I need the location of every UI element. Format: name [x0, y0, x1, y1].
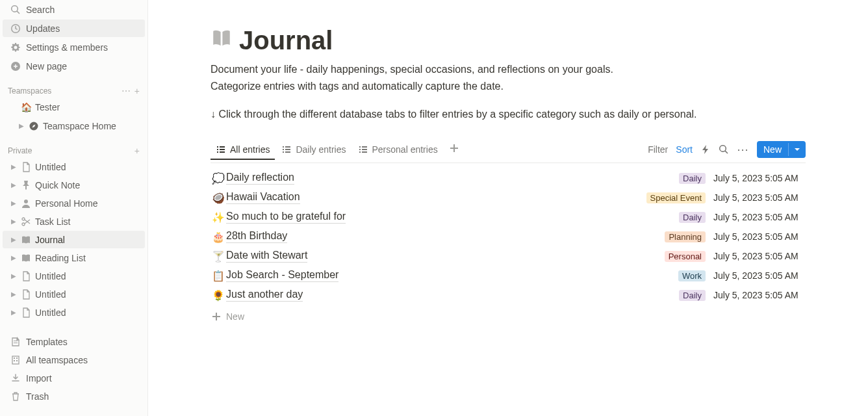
entry-title[interactable]: Just another day	[226, 289, 303, 302]
entry-row[interactable]: 🎂28th BirthdayPlanningJuly 5, 2023 5:05 …	[211, 227, 806, 246]
sidebar-item-label: Personal Home	[35, 198, 98, 209]
sidebar-templates[interactable]: Templates	[3, 333, 145, 350]
entry-row[interactable]: 💭Daily reflectionDailyJuly 5, 2023 5:05 …	[211, 168, 806, 188]
more-icon[interactable]: ⋯	[737, 142, 749, 157]
page-description[interactable]: Document your life - daily happenings, s…	[211, 62, 806, 94]
new-row-label: New	[226, 311, 244, 322]
entry-row[interactable]: 🥥Hawaii VacationSpecial EventJuly 5, 202…	[211, 188, 806, 207]
sort-button[interactable]: Sort	[676, 144, 693, 155]
sidebar-item-untitled[interactable]: ▶Untitled	[3, 158, 145, 176]
page-hint[interactable]: ↓ Click through the different database t…	[211, 109, 806, 120]
private-add-icon[interactable]: +	[134, 146, 140, 156]
svg-rect-7	[14, 358, 15, 359]
entry-row[interactable]: ✨So much to be grateful forDailyJuly 5, …	[211, 207, 806, 227]
add-view-button[interactable]	[444, 140, 464, 159]
caret-icon[interactable]: ▶	[8, 218, 19, 225]
sidebar-allteamspaces-label: All teamspaces	[26, 355, 88, 365]
sidebar-item-quick-note[interactable]: ▶Quick Note	[3, 176, 145, 194]
sidebar-item-label: Teamspace Home	[43, 121, 116, 131]
caret-icon[interactable]: ▶	[8, 181, 19, 188]
tab-personal-entries[interactable]: Personal entries	[353, 140, 443, 160]
sidebar-allteamspaces[interactable]: All teamspaces	[3, 351, 145, 369]
sidebar-updates-label: Updates	[26, 23, 60, 34]
teamspaces-add-icon[interactable]: +	[134, 86, 140, 96]
person-icon	[19, 198, 32, 209]
caret-icon[interactable]: ▶	[8, 291, 19, 298]
sidebar-item-journal[interactable]: ▶Journal	[3, 231, 145, 248]
trash-icon	[9, 391, 22, 402]
entry-title[interactable]: Daily reflection	[226, 172, 294, 185]
svg-rect-6	[12, 356, 19, 364]
sidebar-newpage[interactable]: New page	[3, 57, 145, 75]
caret-icon[interactable]: ▶	[8, 272, 19, 280]
svg-rect-4	[14, 341, 18, 341]
sidebar-item-untitled[interactable]: ▶Untitled	[3, 304, 145, 321]
book-icon	[211, 27, 233, 55]
sidebar-item-untitled[interactable]: ▶Untitled	[3, 285, 145, 303]
entry-emoji-icon: ✨	[212, 211, 226, 224]
caret-icon[interactable]: ▶	[16, 122, 27, 129]
sidebar-item-untitled[interactable]: ▶Untitled	[3, 267, 145, 285]
sidebar-settings[interactable]: Settings & members	[3, 38, 145, 56]
sidebar-item-label: Journal	[35, 235, 65, 245]
caret-icon[interactable]: ▶	[8, 254, 19, 261]
entry-title[interactable]: 28th Birthday	[226, 230, 287, 243]
entry-title[interactable]: Hawaii Vacation	[226, 191, 300, 204]
filter-button[interactable]: Filter	[648, 144, 668, 155]
entry-date: July 5, 2023 5:05 AM	[713, 192, 804, 203]
templates-icon	[9, 337, 22, 347]
entry-date: July 5, 2023 5:05 AM	[713, 251, 804, 261]
plus-circle-icon	[9, 61, 22, 72]
svg-point-1	[24, 200, 28, 203]
entry-tag: Daily	[679, 173, 706, 184]
chevron-down-icon[interactable]	[788, 143, 806, 156]
gear-icon	[9, 42, 22, 53]
entry-tag: Personal	[665, 251, 706, 262]
tab-all-entries[interactable]: All entries	[211, 140, 275, 160]
teamspaces-header-label: Teamspaces	[8, 86, 51, 96]
sidebar-updates[interactable]: Updates	[3, 20, 145, 37]
download-icon	[9, 373, 22, 384]
main-content: Journal Document your life - daily happe…	[148, 0, 868, 416]
entry-row[interactable]: 📋Job Search - SeptemberWorkJuly 5, 2023 …	[211, 266, 806, 285]
sidebar-item-label: Reading List	[35, 253, 86, 263]
book-icon	[19, 235, 32, 245]
page-desc-line: Document your life - daily happenings, s…	[211, 62, 806, 77]
private-header: Private +	[0, 144, 147, 157]
tab-daily-entries[interactable]: Daily entries	[276, 140, 351, 160]
svg-point-2	[22, 218, 25, 220]
caret-icon[interactable]: ▶	[8, 309, 19, 316]
doc-icon	[19, 289, 32, 300]
sidebar-trash[interactable]: Trash	[3, 387, 145, 405]
entry-tag: Daily	[679, 212, 706, 223]
sidebar-templates-label: Templates	[26, 337, 68, 347]
entry-title[interactable]: Date with Stewart	[226, 250, 307, 263]
sidebar-item-reading-list[interactable]: ▶Reading List	[3, 249, 145, 266]
sidebar-import[interactable]: Import	[3, 369, 145, 387]
entry-date: July 5, 2023 5:05 AM	[713, 212, 804, 222]
bolt-icon[interactable]	[700, 144, 711, 155]
entry-tag: Daily	[679, 290, 706, 301]
sidebar-search[interactable]: Search	[3, 1, 145, 18]
sidebar-item-tester[interactable]: 🏠 Tester	[3, 98, 145, 116]
search-icon[interactable]	[719, 144, 729, 155]
caret-icon[interactable]: ▶	[8, 200, 19, 207]
entry-row[interactable]: 🌻Just another dayDailyJuly 5, 2023 5:05 …	[211, 285, 806, 305]
entry-row[interactable]: 🍸Date with StewartPersonalJuly 5, 2023 5…	[211, 246, 806, 266]
sidebar-item-personal-home[interactable]: ▶Personal Home	[3, 194, 145, 212]
page-title[interactable]: Journal	[239, 26, 333, 55]
entry-title[interactable]: Job Search - September	[226, 269, 338, 282]
new-row-button[interactable]: New	[211, 307, 806, 326]
teamspaces-more-icon[interactable]: ⋯	[121, 86, 131, 96]
caret-icon[interactable]: ▶	[8, 236, 19, 243]
entry-title[interactable]: So much to be grateful for	[226, 211, 346, 224]
new-button[interactable]: New	[757, 141, 806, 158]
sidebar-item-label: Untitled	[35, 307, 66, 318]
entry-date: July 5, 2023 5:05 AM	[713, 173, 804, 183]
caret-icon[interactable]: ▶	[8, 163, 19, 170]
sidebar-item-task-list[interactable]: ▶Task List	[3, 213, 145, 230]
sidebar-item-teamspace-home[interactable]: ▶ Teamspace Home	[3, 117, 145, 135]
entry-tag: Planning	[665, 231, 706, 242]
house-icon: 🏠	[19, 102, 32, 112]
tab-label: Daily entries	[296, 144, 346, 155]
